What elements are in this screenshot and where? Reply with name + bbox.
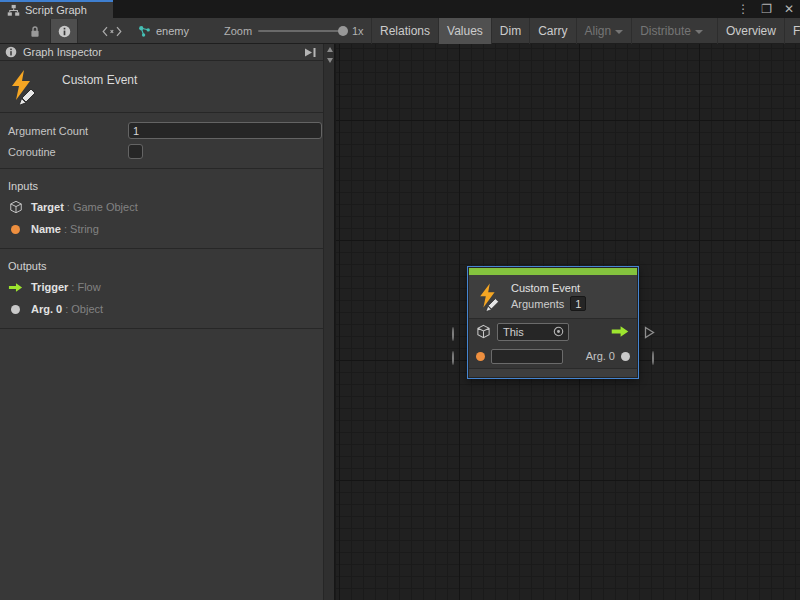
port-name: Target <box>31 201 64 213</box>
custom-event-icon <box>8 69 38 105</box>
outputs-header: Outputs <box>8 256 334 276</box>
custom-event-icon <box>477 282 501 312</box>
dock-panel-button[interactable] <box>302 46 318 59</box>
arg0-output-dot-icon[interactable] <box>621 352 630 361</box>
zoom-level-value: 1x <box>352 18 364 44</box>
node-body: This <box>469 319 637 368</box>
cube-icon <box>476 324 491 339</box>
list-item: Target : Game Object <box>8 196 334 218</box>
graph-inspector-header: Graph Inspector <box>0 44 334 61</box>
port-type: : Object <box>65 303 103 315</box>
unit-settings-block: Argument Count Coroutine <box>0 113 334 169</box>
graph-asset-reference[interactable]: enemy <box>138 18 189 44</box>
port-name: Trigger <box>31 281 68 293</box>
arg0-output-port[interactable] <box>652 352 654 364</box>
trigger-flow-arrow-icon[interactable] <box>610 325 630 338</box>
arg0-label: Arg. 0 <box>586 350 615 362</box>
scroll-down-icon[interactable] <box>324 55 335 66</box>
window-menu-icon[interactable]: ⋮ <box>737 1 749 17</box>
coroutine-label: Coroutine <box>8 146 128 158</box>
inspector-scrollbar[interactable] <box>323 44 334 600</box>
target-input-port[interactable] <box>452 328 454 340</box>
node-arguments-label: Arguments <box>511 298 564 310</box>
inputs-header: Inputs <box>8 176 334 196</box>
tab-script-graph[interactable]: Script Graph <box>0 0 113 18</box>
port-name: Name <box>31 223 61 235</box>
argument-count-label: Argument Count <box>8 125 128 137</box>
lock-icon <box>29 25 41 38</box>
list-item: Arg. 0 : Object <box>8 298 334 320</box>
argument-count-input[interactable] <box>128 122 322 139</box>
dim-button[interactable]: Dim <box>491 18 529 44</box>
info-icon <box>58 25 71 38</box>
script-graph-tab-icon <box>7 4 20 17</box>
node-header[interactable]: Custom Event Arguments 1 <box>469 275 637 319</box>
dock-icon <box>304 47 317 58</box>
target-object-dropdown[interactable]: This <box>497 323 569 341</box>
overview-button[interactable]: Overview <box>717 18 784 44</box>
values-button[interactable]: Values <box>438 18 491 44</box>
node-arguments-field[interactable]: 1 <box>570 296 586 311</box>
unit-title: Custom Event <box>62 73 137 87</box>
node-event-colorbar <box>469 268 637 275</box>
custom-event-node[interactable]: Custom Event Arguments 1 This <box>467 266 639 379</box>
coroutine-checkbox[interactable] <box>128 144 143 159</box>
string-dot-icon <box>11 225 20 234</box>
node-title: Custom Event <box>511 282 586 294</box>
relations-button[interactable]: Relations <box>371 18 438 44</box>
trigger-output-port[interactable] <box>644 326 655 339</box>
tab-label: Script Graph <box>25 4 87 16</box>
port-type: : Flow <box>71 281 100 293</box>
zoom-slider-handle[interactable] <box>338 26 348 36</box>
outputs-section: Outputs Trigger : Flow Arg. 0 : Object <box>0 249 334 329</box>
window-controls: ⋮ ❐ ✕ <box>737 0 794 18</box>
coroutine-row: Coroutine <box>8 141 334 162</box>
code-preview-button[interactable] <box>92 19 132 43</box>
inputs-section: Inputs Target : Game Object Name : Strin… <box>0 169 334 249</box>
chevron-down-icon <box>615 30 623 34</box>
graph-asset-icon <box>138 25 151 38</box>
graph-inspector-panel: Graph Inspector Custom Event Argument Co… <box>0 44 335 600</box>
zoom-slider[interactable] <box>258 30 344 32</box>
chevron-down-icon <box>695 30 703 34</box>
full-screen-button[interactable]: Full Screen <box>784 18 800 44</box>
node-footer <box>469 368 637 377</box>
graph-name-label: enemy <box>156 25 189 37</box>
align-dropdown-button[interactable]: Align <box>576 18 632 44</box>
object-dot-icon <box>11 305 20 314</box>
event-name-input[interactable] <box>491 349 563 364</box>
unit-inspector-title-block: Custom Event <box>0 61 334 113</box>
lock-button[interactable] <box>24 19 46 43</box>
target-value: This <box>503 326 524 338</box>
string-dot-icon <box>476 352 485 361</box>
list-item: Trigger : Flow <box>8 276 334 298</box>
name-input-port[interactable] <box>452 352 454 364</box>
list-item: Name : String <box>8 218 334 240</box>
code-icon <box>102 26 122 37</box>
graph-inspector-title: Graph Inspector <box>23 46 102 58</box>
node-target-row: This <box>469 319 637 344</box>
graph-canvas[interactable]: Custom Event Arguments 1 This <box>336 44 800 600</box>
scroll-up-icon[interactable] <box>324 44 335 55</box>
graph-toolbar: enemy Zoom 1x Relations Values Dim Carry… <box>0 18 800 44</box>
title-bar: Script Graph ⋮ ❐ ✕ <box>0 0 800 18</box>
unity-visual-scripting-window: Script Graph ⋮ ❐ ✕ <box>0 0 800 600</box>
port-type: : String <box>64 223 99 235</box>
port-type: : Game Object <box>67 201 138 213</box>
carry-button[interactable]: Carry <box>529 18 575 44</box>
node-name-row: Arg. 0 <box>469 344 637 368</box>
toolbar-button-group: Relations Values Dim Carry Align Distrib… <box>371 18 800 44</box>
info-icon <box>5 46 17 58</box>
cube-icon <box>9 200 23 214</box>
distribute-dropdown-button[interactable]: Distribute <box>631 18 711 44</box>
zoom-label: Zoom <box>224 18 252 44</box>
close-icon[interactable]: ✕ <box>784 1 794 17</box>
argument-count-row: Argument Count <box>8 120 334 141</box>
inspector-toggle-button[interactable] <box>50 19 78 43</box>
maximize-icon[interactable]: ❐ <box>761 1 772 17</box>
flow-arrow-icon <box>8 282 23 293</box>
object-picker-icon[interactable] <box>553 326 564 337</box>
port-name: Arg. 0 <box>31 303 62 315</box>
